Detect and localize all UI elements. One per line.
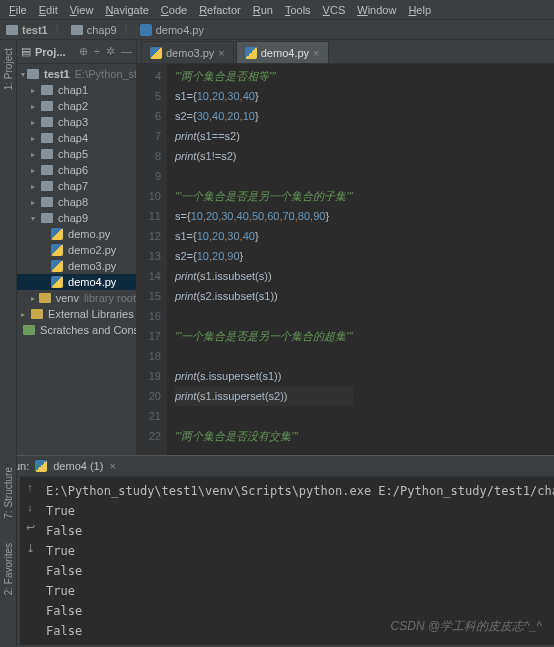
run-panel: Run: demo4 (1) × ▶ ↻ ‖ ■ ◫ ⎙ 🗑 ↑ ↓ ↩ ⤓ E…	[0, 455, 554, 645]
menu-code[interactable]: Code	[156, 2, 192, 18]
gutter: 45678910111213141516171819202122	[137, 64, 167, 455]
tree-folder-chap4[interactable]: ▸ chap4	[17, 130, 136, 146]
tree-folder-chap9[interactable]: ▾ chap9	[17, 210, 136, 226]
chevron-right-icon: 〉	[54, 22, 65, 37]
menu-run[interactable]: Run	[248, 2, 278, 18]
gear-icon[interactable]: ✲	[106, 45, 115, 58]
menu-refactor[interactable]: Refactor	[194, 2, 246, 18]
folder-icon	[71, 25, 83, 35]
editor-tab-demo4.py[interactable]: demo4.py ×	[236, 41, 329, 63]
collapse-icon[interactable]: —	[121, 45, 132, 58]
breadcrumb: test1 〉 chap9 〉 demo4.py	[0, 20, 554, 40]
breadcrumb-file[interactable]: demo4.py	[156, 24, 204, 36]
project-panel: ▤ Proj... ⊕ ÷ ✲ — ▾ test1 E:\Python_stud…	[17, 40, 137, 455]
tree-venv[interactable]: ▸ venv library root	[17, 290, 136, 306]
editor: demo3.py ×demo4.py × 4567891011121314151…	[137, 40, 554, 455]
run-toolbar-2: ↑ ↓ ↩ ⤓	[20, 477, 40, 645]
menu-help[interactable]: Help	[403, 2, 436, 18]
tree-folder-chap1[interactable]: ▸ chap1	[17, 82, 136, 98]
scroll-icon[interactable]: ⤓	[26, 542, 35, 555]
tab-structure[interactable]: 7: Structure	[3, 463, 14, 523]
menu-navigate[interactable]: Navigate	[100, 2, 153, 18]
project-tree: ▾ test1 E:\Python_study\te▸ chap1▸ chap2…	[17, 64, 136, 340]
tree-folder-chap3[interactable]: ▸ chap3	[17, 114, 136, 130]
tree-folder-chap5[interactable]: ▸ chap5	[17, 146, 136, 162]
code[interactable]: '''两个集合是否相等'''s1={10,20,30,40}s2={30,40,…	[167, 64, 353, 455]
menu-window[interactable]: Window	[352, 2, 401, 18]
watermark: CSDN @学工科的皮皮志^_^	[391, 618, 542, 635]
left-sidebar: 1: Project	[0, 40, 17, 455]
tree-file-demo3.py[interactable]: demo3.py	[17, 258, 136, 274]
code-area[interactable]: 45678910111213141516171819202122 '''两个集合…	[137, 64, 554, 455]
target-icon[interactable]: ⊕	[79, 45, 88, 58]
wrap-icon[interactable]: ↩	[26, 521, 35, 534]
tree-folder-chap8[interactable]: ▸ chap8	[17, 194, 136, 210]
editor-tabs: demo3.py ×demo4.py ×	[137, 40, 554, 64]
tree-scratches[interactable]: Scratches and Consoles	[17, 322, 136, 338]
folder-icon	[6, 25, 18, 35]
chevron-right-icon: 〉	[123, 22, 134, 37]
menu-edit[interactable]: Edit	[34, 2, 63, 18]
tree-folder-chap7[interactable]: ▸ chap7	[17, 178, 136, 194]
tree-file-demo.py[interactable]: demo.py	[17, 226, 136, 242]
menu-bar: FileEditViewNavigateCodeRefactorRunTools…	[0, 0, 554, 20]
tree-file-demo4.py[interactable]: demo4.py	[17, 274, 136, 290]
tree-file-demo2.py[interactable]: demo2.py	[17, 242, 136, 258]
panel-title: Proj...	[35, 46, 66, 58]
breadcrumb-project[interactable]: test1	[22, 24, 48, 36]
run-panel-header: Run: demo4 (1) ×	[0, 456, 554, 477]
divide-icon[interactable]: ÷	[94, 45, 100, 58]
menu-file[interactable]: File	[4, 2, 32, 18]
menu-vcs[interactable]: VCS	[318, 2, 351, 18]
tree-folder-chap6[interactable]: ▸ chap6	[17, 162, 136, 178]
left-sidebar-bottom: 7: Structure 2: Favorites	[0, 455, 17, 647]
tree-external-libraries[interactable]: ▸ External Libraries	[17, 306, 136, 322]
close-icon[interactable]: ×	[109, 460, 115, 472]
tree-root[interactable]: ▾ test1 E:\Python_study\te	[17, 66, 136, 82]
breadcrumb-folder[interactable]: chap9	[87, 24, 117, 36]
tab-favorites[interactable]: 2: Favorites	[3, 539, 14, 599]
python-file-icon	[140, 24, 152, 36]
run-config-name[interactable]: demo4 (1)	[53, 460, 103, 472]
tree-folder-chap2[interactable]: ▸ chap2	[17, 98, 136, 114]
tab-project[interactable]: 1: Project	[3, 44, 14, 94]
down-icon[interactable]: ↓	[27, 501, 33, 513]
python-file-icon	[35, 460, 47, 472]
menu-view[interactable]: View	[65, 2, 99, 18]
project-switcher-icon[interactable]: ▤	[21, 45, 31, 58]
up-icon[interactable]: ↑	[27, 481, 33, 493]
menu-tools[interactable]: Tools	[280, 2, 316, 18]
project-panel-header: ▤ Proj... ⊕ ÷ ✲ —	[17, 40, 136, 64]
editor-tab-demo3.py[interactable]: demo3.py ×	[141, 41, 234, 63]
